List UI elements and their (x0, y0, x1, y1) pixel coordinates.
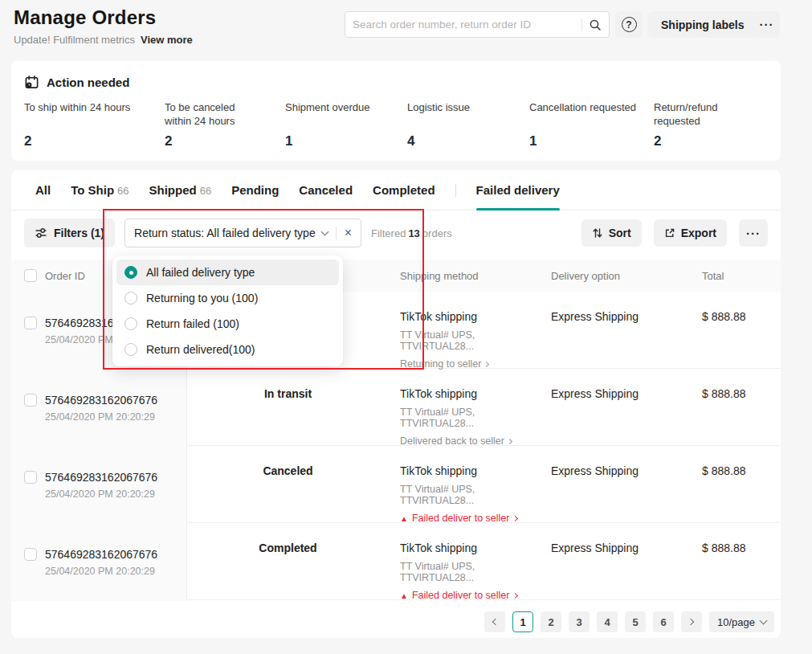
metric-value: 1 (529, 133, 654, 149)
tab-completed[interactable]: Completed (373, 170, 435, 210)
order-id-cell: 576469283162067676 25/04/2020 PM 20:20:2… (11, 369, 187, 447)
dropdown-option-return-failed[interactable]: Return failed (100) (116, 311, 339, 337)
delivery-substatus[interactable]: Delivered back to seller (400, 435, 533, 447)
chevron-right-icon (484, 361, 489, 366)
search-divider (581, 18, 582, 31)
sort-button[interactable]: Sort (581, 219, 642, 247)
chevron-down-icon[interactable] (320, 228, 328, 236)
tab-failed-delivery[interactable]: Failed delivery (476, 170, 560, 210)
metric-logistic-issue[interactable]: Logistic issue 4 (407, 100, 529, 149)
search-input[interactable] (353, 18, 578, 31)
order-status: In transit (187, 369, 389, 447)
orders-card: All To Ship 66 Shipped 66 Pending Cancel… (11, 170, 781, 638)
page-header: Manage Orders Update! Fulfilment metrics… (0, 0, 812, 56)
page-title: Manage Orders (14, 6, 156, 29)
tab-label: All (35, 183, 51, 197)
search-icon[interactable] (589, 18, 602, 31)
export-icon (664, 227, 675, 239)
tab-count: 66 (117, 185, 129, 197)
metric-cancellation-requested[interactable]: Cancellation requested 1 (529, 100, 654, 149)
delivery-option: Express Shipping (540, 446, 691, 524)
prev-page-button[interactable] (484, 611, 505, 632)
order-date: 25/04/2020 PM 20:20:29 (24, 411, 178, 423)
tracking-number: TT Virtual# UPS, TTVIRTUAL28... (400, 407, 533, 429)
filter-more-button[interactable]: ··· (739, 219, 768, 247)
substatus-label: Returning to seller (400, 358, 481, 370)
dropdown-option-return-delivered[interactable]: Return delivered(100) (116, 337, 339, 362)
page-button-4[interactable]: 4 (597, 611, 618, 632)
shipping-method: TikTok shipping (400, 387, 533, 400)
order-total: $ 888.88 (691, 523, 781, 601)
page-size-label: 10/page (717, 616, 755, 628)
tab-canceled[interactable]: Canceled (299, 170, 353, 210)
view-more-link[interactable]: View more (141, 34, 193, 46)
metric-to-ship[interactable]: To ship within 24 hours 2 (24, 100, 165, 149)
metric-return-refund[interactable]: Return/refund requested 2 (654, 100, 768, 149)
page-button-2[interactable]: 2 (541, 611, 561, 632)
metric-label: To be canceled within 24 hours (165, 100, 259, 129)
dropdown-option-all-failed[interactable]: All failed delivery type (116, 260, 339, 285)
tab-pending[interactable]: Pending (231, 170, 279, 210)
shipping-labels-button[interactable]: Shipping labels (647, 11, 757, 38)
next-page-button[interactable] (681, 611, 702, 632)
table-row: 576469283162067676 25/04/2020 PM 20:20:2… (11, 369, 781, 446)
metric-to-be-canceled[interactable]: To be canceled within 24 hours 2 (165, 100, 285, 149)
page-button-6[interactable]: 6 (653, 611, 674, 632)
tab-to-ship[interactable]: To Ship 66 (71, 170, 129, 210)
filtered-orders-text: Filtered13orders (371, 227, 452, 239)
delivery-substatus[interactable]: ▲ Failed deliver to seller (400, 513, 533, 524)
return-status-filter-chip[interactable]: Return status: All failed delivery type … (124, 219, 361, 247)
tab-label: Shipped (149, 183, 197, 197)
order-date: 25/04/2020 PM 20:20:29 (24, 566, 178, 577)
page-button-5[interactable]: 5 (625, 611, 646, 632)
page-size-select[interactable]: 10/page (709, 611, 774, 632)
metric-shipment-overdue[interactable]: Shipment overdue 1 (285, 100, 407, 149)
metric-value: 2 (165, 133, 285, 149)
tab-all[interactable]: All (35, 170, 51, 210)
radio-icon (124, 317, 137, 330)
delivery-option: Express Shipping (540, 369, 691, 447)
option-label: Returning to you (100) (146, 292, 258, 305)
return-status-dropdown: All failed delivery type Returning to yo… (112, 255, 343, 366)
filtered-suffix: orders (422, 227, 452, 239)
sort-label: Sort (609, 227, 631, 239)
order-search-box[interactable] (345, 11, 610, 38)
warning-icon: ▲ (400, 591, 408, 600)
filtered-prefix: Filtered (371, 227, 406, 239)
question-icon: ? (622, 17, 637, 32)
order-id[interactable]: 576469283162067676 (45, 394, 157, 407)
tab-shipped[interactable]: Shipped 66 (149, 170, 212, 210)
shipping-method: TikTok shipping (400, 542, 533, 554)
action-metrics: To ship within 24 hours 2 To be canceled… (24, 100, 768, 149)
radio-selected-icon (124, 266, 137, 279)
page-button-1[interactable]: 1 (512, 611, 533, 632)
filter-toolbar-right: Sort Export ··· (581, 219, 768, 247)
chip-close-icon[interactable]: × (345, 227, 352, 239)
shipping-method-cell: TikTok shipping TT Virtual# UPS, TTVIRTU… (389, 446, 540, 524)
order-id[interactable]: 576469283162067676 (45, 471, 157, 484)
option-label: Return failed (100) (146, 317, 239, 330)
filters-button[interactable]: Filters (1) (24, 219, 115, 247)
export-button[interactable]: Export (654, 219, 727, 247)
row-checkbox[interactable] (24, 471, 37, 484)
order-date: 25/04/2020 PM 20:20:29 (24, 488, 178, 500)
dropdown-option-returning-to-you[interactable]: Returning to you (100) (116, 285, 339, 311)
page-button-3[interactable]: 3 (569, 611, 590, 632)
metric-value: 2 (24, 133, 165, 149)
help-button[interactable]: ? (615, 11, 643, 38)
row-checkbox[interactable] (24, 394, 37, 407)
order-id[interactable]: 576469283162067676 (45, 548, 157, 561)
select-all-checkbox[interactable] (24, 269, 37, 282)
shipping-method: TikTok shipping (400, 464, 533, 477)
tab-label: Completed (373, 183, 435, 197)
delivery-substatus[interactable]: Returning to seller (400, 358, 533, 370)
metric-value: 2 (654, 133, 768, 149)
chevron-right-icon (512, 592, 517, 598)
row-checkbox[interactable] (24, 548, 37, 561)
action-needed-header: Action needed (24, 75, 768, 90)
delivery-substatus[interactable]: ▲ Failed deliver to seller (400, 590, 533, 601)
row-checkbox[interactable] (24, 317, 37, 329)
chip-label: Return status: All failed delivery type (134, 227, 316, 239)
metric-value: 4 (407, 133, 529, 149)
header-more-button[interactable]: ··· (753, 11, 780, 38)
